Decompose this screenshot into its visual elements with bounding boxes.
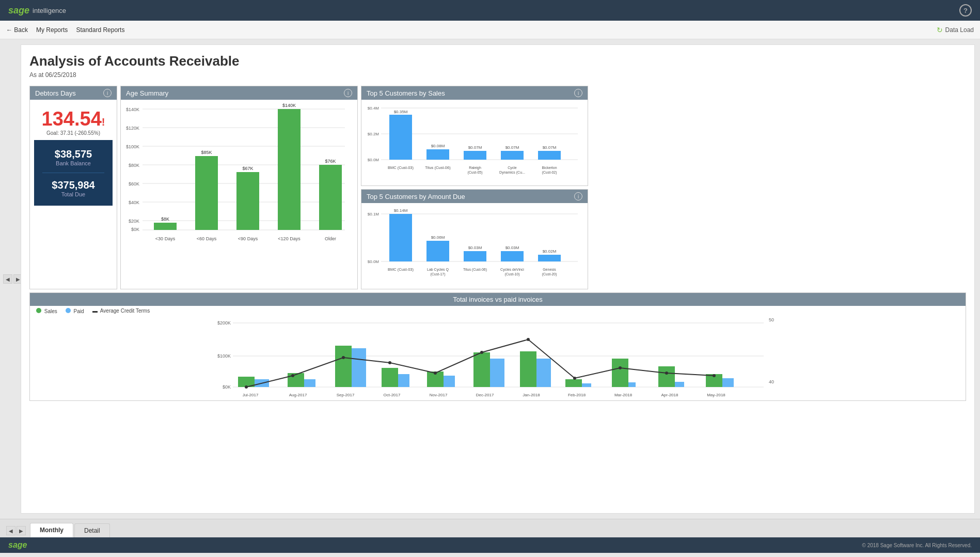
bar-paid-may — [722, 378, 734, 387]
second-nav-bar: ← Back My Reports Standard Reports ↻ Dat… — [0, 21, 980, 39]
svg-text:$0.07M: $0.07M — [468, 145, 482, 150]
dashboard-row-2: Total invoices vs paid invoices Sales Pa… — [29, 292, 966, 401]
total-due-label: Total Due — [42, 191, 104, 197]
nav-left: ← Back My Reports Standard Reports — [6, 26, 124, 34]
due-bar-genesis — [538, 255, 561, 261]
svg-text:Cycles deVinci: Cycles deVinci — [500, 268, 524, 272]
svg-text:$76K: $76K — [325, 159, 336, 164]
bar-paid-oct — [398, 374, 409, 387]
legend-item-sales: Sales — [36, 308, 57, 314]
svg-text:Dec-2017: Dec-2017 — [476, 393, 494, 397]
svg-text:50: 50 — [769, 317, 774, 322]
credit-dot-8 — [573, 377, 576, 380]
svg-text:Cycle: Cycle — [508, 166, 517, 170]
invoices-chart-panel: Total invoices vs paid invoices Sales Pa… — [29, 292, 966, 401]
main-content: ◀ ▶ Analysis of Accounts Receivable As a… — [0, 39, 980, 519]
bank-balance-value: $38,575 — [42, 148, 104, 160]
age-bar-older — [319, 165, 342, 230]
sales-bar-bmc — [389, 115, 412, 160]
svg-text:<30 Days: <30 Days — [155, 236, 176, 241]
svg-text:$40K: $40K — [129, 200, 139, 205]
prev-arrow[interactable]: ◀ — [3, 274, 12, 284]
top-bar: sage intelligence ? — [0, 0, 980, 21]
tab-detail[interactable]: Detail — [74, 523, 110, 537]
invoices-chart-svg: $200K $100K $0K 50 40 Jul-2017 — [30, 316, 966, 399]
tab-monthly[interactable]: Monthly — [30, 523, 73, 537]
svg-text:Jan-2018: Jan-2018 — [523, 393, 540, 397]
invoices-panel-header: Total invoices vs paid invoices — [30, 293, 966, 306]
credit-dot-9 — [619, 366, 622, 369]
due-bar-titus — [464, 251, 486, 261]
svg-text:$0.08M: $0.08M — [431, 144, 445, 148]
age-panel-body: $140K $120K $100K $80K $60K $40K $20K $0… — [121, 100, 357, 253]
report-title: Analysis of Accounts Receivable — [29, 53, 966, 69]
top5-sales-info-icon[interactable]: i — [574, 89, 582, 97]
svg-text:$0.1M: $0.1M — [368, 212, 380, 216]
svg-text:(Cust-10): (Cust-10) — [504, 272, 519, 276]
due-bar-labcycles — [426, 241, 449, 261]
svg-text:Mar-2018: Mar-2018 — [614, 393, 633, 397]
refresh-icon: ↻ — [937, 26, 943, 34]
svg-text:$0.06M: $0.06M — [431, 235, 445, 240]
age-info-icon[interactable]: i — [344, 89, 352, 97]
debtors-info-icon[interactable]: i — [103, 89, 112, 97]
bar-paid-sep — [352, 348, 366, 387]
credit-dot-7 — [527, 338, 530, 341]
top5-due-title: Top 5 Customers by Amount Due — [367, 193, 465, 200]
top5-due-info-icon[interactable]: i — [574, 192, 582, 200]
svg-text:<90 Days: <90 Days — [238, 236, 258, 241]
bar-paid-aug — [304, 379, 315, 387]
credit-dot-10 — [665, 372, 668, 375]
tab-prev-arrow[interactable]: ◀ — [6, 526, 15, 535]
sales-bar-titus — [426, 149, 449, 160]
svg-text:$0.03M: $0.03M — [505, 245, 519, 250]
age-bar-90 — [236, 172, 259, 230]
report-date: As at 06/25/2018 — [29, 71, 966, 79]
due-bar-bmc — [389, 214, 412, 261]
svg-text:Jul-2017: Jul-2017 — [243, 393, 259, 397]
intelligence-text: intelligence — [33, 7, 66, 14]
bar-paid-jan — [536, 359, 551, 387]
top5-due-chart: $0.1M $0.0M $0.14M BMC (Cust-03) — [363, 205, 580, 285]
svg-text:Genesis: Genesis — [543, 268, 556, 271]
due-bar-cycles — [501, 251, 524, 261]
debtors-goal: Goal: 37.31 (-260.55%) — [34, 130, 113, 136]
top5-due-body: $0.1M $0.0M $0.14M BMC (Cust-03) — [361, 203, 588, 289]
svg-text:$140K: $140K — [282, 103, 296, 108]
svg-text:May-2018: May-2018 — [707, 393, 725, 397]
footer-sage-logo: sage — [8, 540, 27, 550]
age-title: Age Summary — [126, 89, 168, 97]
svg-text:Older: Older — [325, 236, 336, 241]
back-link[interactable]: ← Back — [6, 26, 28, 34]
svg-text:$0.2M: $0.2M — [368, 132, 380, 136]
bar-sales-dec — [473, 352, 490, 387]
top5-sales-chart: $0.4M $0.2M $0.0M $0.35M BMC (Cust-03) — [363, 102, 580, 182]
credit-dot-5 — [434, 372, 437, 375]
svg-text:$0.02M: $0.02M — [543, 249, 557, 254]
credit-dot-3 — [342, 356, 345, 359]
dashboard-row-1: Debtors Days i 134.54! Goal: 37.31 (-260… — [29, 86, 966, 289]
data-load-button[interactable]: ↻ Data Load — [937, 26, 974, 34]
my-reports-link[interactable]: My Reports — [36, 26, 68, 34]
debtors-panel: Debtors Days i 134.54! Goal: 37.31 (-260… — [29, 86, 117, 289]
credit-dot-11 — [713, 374, 716, 377]
svg-text:Apr-2018: Apr-2018 — [661, 393, 678, 397]
debtors-value: 134.54! — [34, 104, 113, 130]
svg-text:$140K: $140K — [126, 107, 139, 112]
sales-bar-cycle — [501, 151, 524, 160]
svg-text:$100K: $100K — [217, 353, 231, 359]
standard-reports-link[interactable]: Standard Reports — [76, 26, 124, 34]
sales-bar-bickerton — [538, 151, 561, 160]
svg-text:$85K: $85K — [201, 150, 212, 155]
top5-sales-body: $0.4M $0.2M $0.0M $0.35M BMC (Cust-03) — [361, 100, 588, 185]
svg-text:<120 Days: <120 Days — [278, 236, 301, 241]
svg-text:$0K: $0K — [223, 384, 231, 390]
tab-next-arrow[interactable]: ▶ — [17, 526, 26, 535]
debtors-panel-header: Debtors Days i — [30, 86, 117, 100]
svg-text:$0.14M: $0.14M — [394, 208, 408, 213]
age-panel-header: Age Summary i — [121, 86, 357, 100]
svg-text:Titus (Cust-06): Titus (Cust-06) — [425, 165, 451, 170]
avg-credit-legend-dot — [92, 311, 98, 313]
help-button[interactable]: ? — [959, 4, 972, 17]
tab-nav-arrows: ◀ ▶ — [6, 526, 26, 535]
